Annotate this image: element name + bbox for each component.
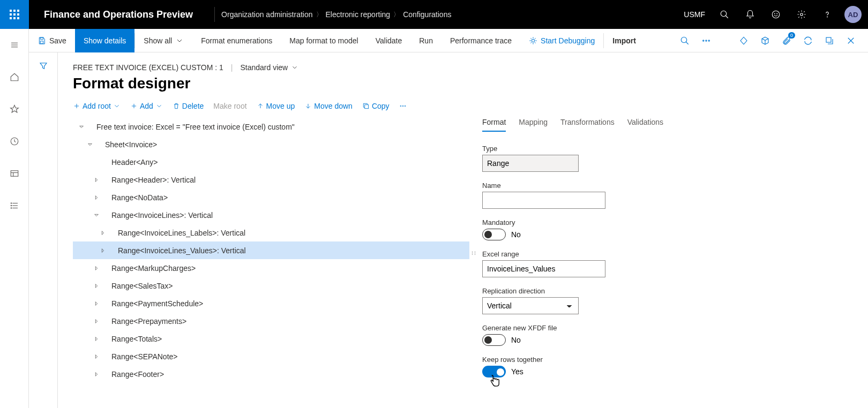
expand-icon[interactable]	[92, 193, 101, 202]
tree-row[interactable]: Range<Totals>	[73, 330, 469, 347]
tree-row[interactable]: Range<SalesTax>	[73, 277, 469, 294]
move-up-button[interactable]: Move up	[257, 102, 295, 110]
filter-button[interactable]	[39, 61, 48, 408]
tree-row[interactable]: Sheet<Invoice>	[73, 135, 469, 153]
chevron-right-icon: 〉	[316, 10, 323, 19]
package-button[interactable]	[754, 29, 776, 52]
svg-point-2	[772, 11, 780, 18]
breadcrumb-item[interactable]: Configurations	[403, 10, 451, 19]
save-button[interactable]: Save	[29, 29, 75, 52]
tree-panel[interactable]: Free text invoice: Excel = "Free text in…	[73, 118, 469, 388]
arrow-up-icon	[257, 102, 264, 110]
search-button[interactable]	[712, 0, 737, 29]
view-selector[interactable]: Standard view	[240, 63, 298, 72]
delete-button[interactable]: Delete	[173, 102, 204, 110]
smile-icon	[771, 10, 781, 19]
settings-button[interactable]	[789, 0, 814, 29]
excel-range-input[interactable]	[482, 260, 605, 277]
notifications-button[interactable]	[737, 0, 763, 29]
splitter[interactable]: ⫶⫶	[469, 118, 478, 388]
breadcrumb-item[interactable]: Organization administration	[221, 10, 312, 19]
move-down-button[interactable]: Move down	[304, 102, 353, 110]
expand-icon[interactable]	[92, 264, 101, 273]
tree-row[interactable]: Range<Footer>	[73, 365, 469, 383]
close-button[interactable]	[840, 29, 862, 52]
tree-row[interactable]: Header<Any>	[73, 153, 469, 171]
tab-transformations[interactable]: Transformations	[560, 118, 615, 132]
type-input[interactable]	[482, 155, 579, 172]
user-avatar[interactable]: AD	[844, 6, 862, 23]
tree-row[interactable]: Range<Header>: Vertical	[73, 171, 469, 188]
help-button[interactable]	[814, 0, 840, 29]
keep-rows-toggle[interactable]	[482, 366, 506, 377]
copy-button[interactable]: Copy	[362, 102, 390, 110]
home-button[interactable]	[4, 66, 25, 88]
hamburger-button[interactable]	[4, 34, 25, 56]
modules-button[interactable]	[4, 195, 25, 216]
show-all-button[interactable]: Show all	[135, 29, 192, 52]
add-button[interactable]: Add	[130, 102, 163, 110]
recent-button[interactable]	[4, 131, 25, 152]
tree-row[interactable]: Range<InvoiceLines_Labels>: Vertical	[73, 224, 469, 241]
xfdf-toggle[interactable]	[482, 334, 506, 346]
refresh-button[interactable]	[797, 29, 819, 52]
expand-icon[interactable]	[92, 176, 101, 184]
expand-icon[interactable]	[92, 282, 101, 290]
format-enumerations-button[interactable]: Format enumerations	[192, 29, 281, 52]
collapse-icon[interactable]	[86, 140, 94, 149]
expand-icon[interactable]	[99, 229, 107, 237]
start-debugging-button[interactable]: Start Debugging	[520, 29, 603, 52]
import-button[interactable]: Import	[604, 29, 645, 52]
svg-point-29	[11, 205, 12, 206]
search-in-page-button[interactable]	[674, 29, 695, 52]
tree-row[interactable]: Range<InvoiceLines>: Vertical	[73, 206, 469, 224]
name-input[interactable]	[482, 192, 605, 209]
tree-row[interactable]: Range<NoData>	[73, 188, 469, 206]
tree-row[interactable]: Range<InvoiceLines_Values>: Vertical	[73, 241, 469, 259]
keep-rows-label: Keep rows together	[482, 356, 834, 364]
expand-icon[interactable]	[92, 317, 101, 326]
format-tree: Free text invoice: Excel = "Free text in…	[73, 118, 469, 383]
favorites-button[interactable]	[4, 99, 25, 120]
expand-icon[interactable]	[92, 335, 101, 343]
command-bar: Save Show details Show all Format enumer…	[0, 29, 868, 52]
content-split: Free text invoice: Excel = "Free text in…	[73, 118, 855, 388]
tree-row[interactable]: Range<MarkupCharges>	[73, 259, 469, 277]
tree-row[interactable]: Range<SEPANote>	[73, 347, 469, 365]
tree-row[interactable]: Free text invoice: Excel = "Free text in…	[73, 118, 469, 135]
tab-validations[interactable]: Validations	[627, 118, 663, 132]
expand-icon[interactable]	[99, 246, 107, 255]
breadcrumb-item[interactable]: Electronic reporting	[326, 10, 391, 19]
show-details-label: Show details	[84, 36, 126, 45]
add-root-button[interactable]: Add root	[73, 102, 121, 110]
show-details-button[interactable]: Show details	[75, 29, 134, 52]
replication-select[interactable]: Vertical	[482, 297, 579, 314]
performance-trace-button[interactable]: Performance trace	[442, 29, 520, 52]
map-format-button[interactable]: Map format to model	[281, 29, 366, 52]
collapse-icon[interactable]	[92, 211, 101, 220]
svg-point-4	[777, 13, 777, 14]
more-icon	[399, 102, 407, 110]
app-launcher[interactable]	[0, 0, 29, 29]
attachments-button[interactable]: 0	[776, 29, 797, 52]
validate-button[interactable]: Validate	[367, 29, 411, 52]
feedback-button[interactable]	[763, 0, 789, 29]
field-type: Type	[482, 145, 834, 172]
expand-icon[interactable]	[92, 299, 101, 308]
mandatory-toggle[interactable]	[482, 229, 506, 240]
more-actions-button[interactable]	[695, 29, 717, 52]
tree-row[interactable]: Range<Prepayments>	[73, 312, 469, 330]
expand-icon[interactable]	[92, 352, 101, 361]
tab-format[interactable]: Format	[482, 118, 506, 132]
company-code[interactable]: USMF	[677, 10, 712, 19]
diamond-button[interactable]	[733, 29, 754, 52]
expand-icon[interactable]	[92, 370, 101, 379]
show-all-label: Show all	[144, 36, 172, 45]
tree-row[interactable]: Range<PaymentSchedule>	[73, 294, 469, 312]
popout-button[interactable]	[819, 29, 840, 52]
collapse-icon[interactable]	[77, 123, 86, 131]
workspaces-button[interactable]	[4, 163, 25, 184]
toolbar-more-button[interactable]	[399, 102, 407, 110]
run-button[interactable]: Run	[410, 29, 442, 52]
tab-mapping[interactable]: Mapping	[519, 118, 548, 132]
